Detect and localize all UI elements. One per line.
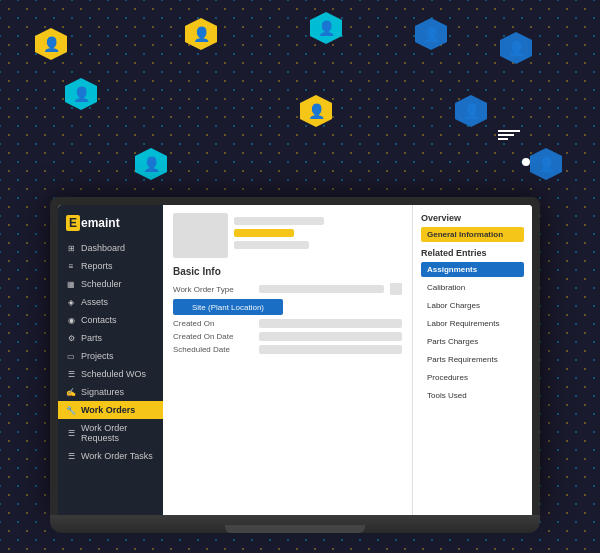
sidebar-label-scheduled-wos: Scheduled WOs [81, 369, 146, 379]
sidebar-item-dashboard[interactable]: ⊞ Dashboard [58, 239, 163, 257]
tools-used-btn[interactable]: Tools Used [421, 388, 524, 403]
corner-accent [498, 130, 520, 142]
sidebar-label-work-order-requests: Work Order Requests [81, 423, 155, 443]
main-content: Basic Info Work Order Type Site (Plant L… [163, 205, 532, 515]
labor-charges-btn[interactable]: Labor Charges [421, 298, 524, 313]
form-area: Basic Info Work Order Type Site (Plant L… [163, 205, 412, 515]
sidebar-label-contacts: Contacts [81, 315, 117, 325]
accent-diamond [522, 158, 530, 166]
laptop-screen: E emaint ⊞ Dashboard ≡ Reports ▦ Schedul… [58, 205, 532, 515]
work-order-type-row: Work Order Type [173, 283, 402, 295]
projects-icon: ▭ [66, 351, 76, 361]
work-orders-icon: 🔧 [66, 405, 76, 415]
overview-title: Overview [421, 213, 524, 223]
labor-requirements-btn[interactable]: Labor Requirements [421, 316, 524, 331]
header-field-yellow [234, 229, 294, 237]
created-on-date-label: Created On Date [173, 332, 253, 341]
created-on-label: Created On [173, 319, 253, 328]
sidebar-item-signatures[interactable]: ✍ Signatures [58, 383, 163, 401]
form-section-title: Basic Info [173, 266, 402, 277]
scheduled-date-row: Scheduled Date [173, 345, 402, 354]
sidebar-label-parts: Parts [81, 333, 102, 343]
parts-icon: ⚙ [66, 333, 76, 343]
related-entries-title: Related Entries [421, 248, 524, 258]
sidebar-item-scheduled-wos[interactable]: ☰ Scheduled WOs [58, 365, 163, 383]
created-on-date-field[interactable] [259, 332, 402, 341]
sidebar-label-projects: Projects [81, 351, 114, 361]
sidebar-label-work-orders: Work Orders [81, 405, 135, 415]
created-on-date-row: Created On Date [173, 332, 402, 341]
parts-charges-btn[interactable]: Parts Charges [421, 334, 524, 349]
work-order-type-field[interactable] [259, 285, 384, 293]
sidebar-item-assets[interactable]: ◈ Assets [58, 293, 163, 311]
sidebar-label-assets: Assets [81, 297, 108, 307]
sidebar-item-work-order-tasks[interactable]: ☰ Work Order Tasks [58, 447, 163, 465]
content-body: Basic Info Work Order Type Site (Plant L… [163, 205, 532, 515]
created-on-field[interactable] [259, 319, 402, 328]
header-field-1 [234, 217, 324, 225]
sidebar-label-dashboard: Dashboard [81, 243, 125, 253]
sidebar-label-reports: Reports [81, 261, 113, 271]
sidebar-label-scheduler: Scheduler [81, 279, 122, 289]
contacts-icon: ◉ [66, 315, 76, 325]
assignments-btn[interactable]: Assignments [421, 262, 524, 277]
laptop-screen-outer: E emaint ⊞ Dashboard ≡ Reports ▦ Schedul… [50, 197, 540, 515]
site-row: Site (Plant Location) [173, 299, 402, 315]
header-field-2 [234, 241, 309, 249]
logo-prefix: E [66, 215, 80, 231]
sidebar-item-parts[interactable]: ⚙ Parts [58, 329, 163, 347]
work-order-tasks-icon: ☰ [66, 451, 76, 461]
sidebar-logo: E emaint [58, 211, 163, 239]
calibration-btn[interactable]: Calibration [421, 280, 524, 295]
created-on-row: Created On [173, 319, 402, 328]
procedures-btn[interactable]: Procedures [421, 370, 524, 385]
right-panel: Overview General Information Related Ent… [412, 205, 532, 515]
field-action-btn[interactable] [390, 283, 402, 295]
sidebar-item-contacts[interactable]: ◉ Contacts [58, 311, 163, 329]
sidebar-item-work-orders[interactable]: 🔧 Work Orders [58, 401, 163, 419]
scheduled-date-label: Scheduled Date [173, 345, 253, 354]
sidebar: E emaint ⊞ Dashboard ≡ Reports ▦ Schedul… [58, 205, 163, 515]
sidebar-item-scheduler[interactable]: ▦ Scheduler [58, 275, 163, 293]
sidebar-item-work-order-requests[interactable]: ☰ Work Order Requests [58, 419, 163, 447]
scheduler-icon: ▦ [66, 279, 76, 289]
reports-icon: ≡ [66, 261, 76, 271]
sidebar-label-work-order-tasks: Work Order Tasks [81, 451, 153, 461]
work-order-type-label: Work Order Type [173, 285, 253, 294]
general-information-btn[interactable]: General Information [421, 227, 524, 242]
laptop-base [50, 515, 540, 533]
laptop-container: E emaint ⊞ Dashboard ≡ Reports ▦ Schedul… [50, 197, 540, 533]
sidebar-item-projects[interactable]: ▭ Projects [58, 347, 163, 365]
sidebar-label-signatures: Signatures [81, 387, 124, 397]
scheduled-date-field[interactable] [259, 345, 402, 354]
site-button[interactable]: Site (Plant Location) [173, 299, 283, 315]
dashboard-icon: ⊞ [66, 243, 76, 253]
logo-suffix: emaint [81, 216, 120, 230]
work-order-requests-icon: ☰ [66, 428, 76, 438]
assets-icon: ◈ [66, 297, 76, 307]
scheduled-wos-icon: ☰ [66, 369, 76, 379]
sidebar-item-reports[interactable]: ≡ Reports [58, 257, 163, 275]
parts-requirements-btn[interactable]: Parts Requirements [421, 352, 524, 367]
form-image-placeholder [173, 213, 228, 258]
signatures-icon: ✍ [66, 387, 76, 397]
